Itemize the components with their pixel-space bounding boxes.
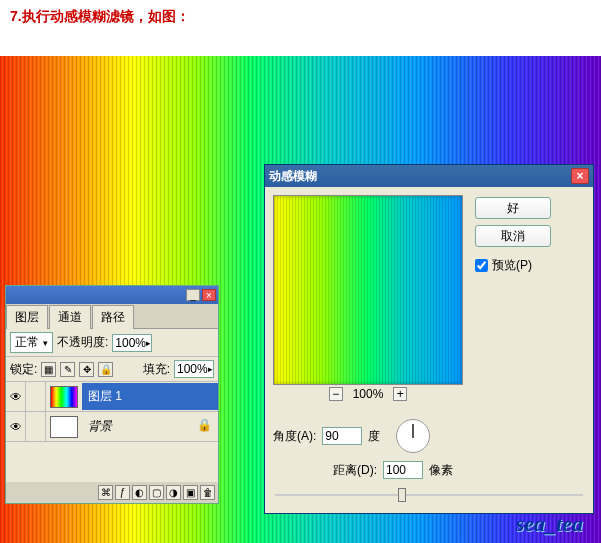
preview-area xyxy=(273,195,463,385)
zoom-out-button[interactable]: − xyxy=(329,387,343,401)
tab-paths[interactable]: 路径 xyxy=(92,305,134,329)
angle-label: 角度(A): xyxy=(273,428,316,445)
zoom-percent: 100% xyxy=(353,387,384,401)
dialog-title: 动感模糊 xyxy=(269,168,317,185)
distance-slider[interactable] xyxy=(275,485,583,505)
folder-icon[interactable]: ▢ xyxy=(149,485,164,500)
cancel-button[interactable]: 取消 xyxy=(475,225,551,247)
link-cell[interactable] xyxy=(26,382,46,411)
layers-footer: ⌘ ƒ ◐ ▢ ◑ ▣ 🗑 xyxy=(6,482,218,503)
layer-style-icon[interactable]: ƒ xyxy=(115,485,130,500)
angle-dial[interactable] xyxy=(396,419,430,453)
link-layers-icon[interactable]: ⌘ xyxy=(98,485,113,500)
layer-name[interactable]: 背景 🔒 xyxy=(82,413,218,440)
angle-unit: 度 xyxy=(368,428,380,445)
close-icon[interactable]: × xyxy=(202,289,216,301)
distance-unit: 像素 xyxy=(429,462,453,479)
ok-button[interactable]: 好 xyxy=(475,197,551,219)
trash-icon[interactable]: 🗑 xyxy=(200,485,215,500)
visibility-icon[interactable]: 👁 xyxy=(6,382,26,411)
slider-thumb[interactable] xyxy=(398,488,406,502)
minimize-icon[interactable]: _ xyxy=(186,289,200,301)
step-caption: 7.执行动感模糊滤镜，如图： xyxy=(0,0,601,34)
visibility-icon[interactable]: 👁 xyxy=(6,412,26,441)
motion-blur-dialog: 动感模糊 × − 100% + 好 取消 预览(P) 角度(A): 度 距离(D… xyxy=(264,164,594,514)
preview-checkbox[interactable]: 预览(P) xyxy=(475,257,551,274)
lock-transparency-icon[interactable]: ▦ xyxy=(41,362,56,377)
mask-icon[interactable]: ◐ xyxy=(132,485,147,500)
layer-row-2[interactable]: 👁 背景 🔒 xyxy=(6,412,218,442)
distance-input[interactable] xyxy=(383,461,423,479)
layer-row-1[interactable]: 👁 图层 1 xyxy=(6,382,218,412)
zoom-in-button[interactable]: + xyxy=(393,387,407,401)
layer-thumbnail xyxy=(50,386,78,408)
layers-titlebar[interactable]: _ × xyxy=(6,286,218,304)
dialog-titlebar[interactable]: 动感模糊 × xyxy=(265,165,593,187)
link-cell[interactable] xyxy=(26,412,46,441)
fill-label: 填充: xyxy=(143,361,170,378)
lock-paint-icon[interactable]: ✎ xyxy=(60,362,75,377)
layers-panel: _ × 图层 通道 路径 正常▾ 不透明度: 100%▸ 锁定: ▦ ✎ ✥ 🔒… xyxy=(5,285,219,504)
layer-thumbnail xyxy=(50,416,78,438)
lock-label: 锁定: xyxy=(10,361,37,378)
tab-layers[interactable]: 图层 xyxy=(6,305,48,329)
distance-label: 距离(D): xyxy=(333,462,377,479)
blend-mode-select[interactable]: 正常▾ xyxy=(10,332,53,353)
opacity-label: 不透明度: xyxy=(57,334,108,351)
new-layer-icon[interactable]: ▣ xyxy=(183,485,198,500)
close-icon[interactable]: × xyxy=(571,168,589,184)
lock-all-icon[interactable]: 🔒 xyxy=(98,362,113,377)
tab-channels[interactable]: 通道 xyxy=(49,305,91,329)
fill-input[interactable]: 100%▸ xyxy=(174,360,214,378)
opacity-input[interactable]: 100%▸ xyxy=(112,334,152,352)
angle-input[interactable] xyxy=(322,427,362,445)
signature: sea_tea xyxy=(516,511,583,537)
layers-tabs: 图层 通道 路径 xyxy=(6,304,218,329)
layer-name[interactable]: 图层 1 xyxy=(82,383,218,410)
lock-move-icon[interactable]: ✥ xyxy=(79,362,94,377)
preview-check-input[interactable] xyxy=(475,259,488,272)
adjustment-icon[interactable]: ◑ xyxy=(166,485,181,500)
